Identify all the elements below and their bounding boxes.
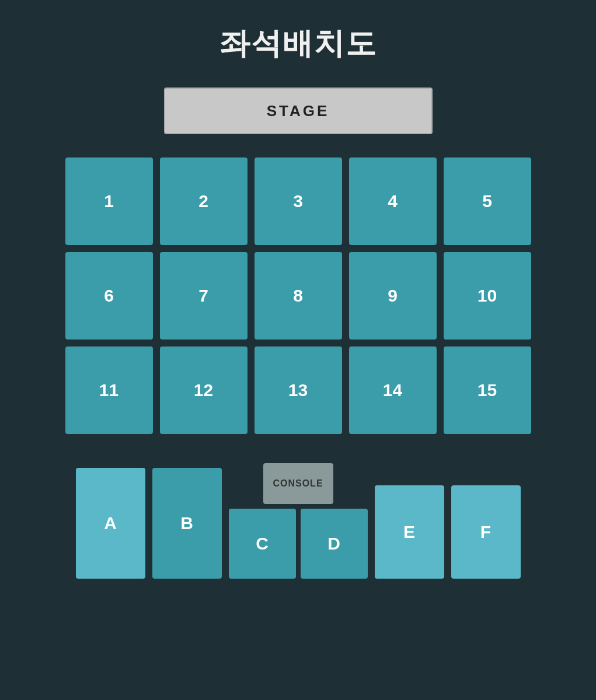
seat-14[interactable]: 14 bbox=[349, 346, 437, 434]
stage-box: STAGE bbox=[164, 88, 433, 134]
stage-label: STAGE bbox=[267, 102, 330, 120]
seat-6[interactable]: 6 bbox=[65, 252, 153, 340]
seat-c[interactable]: C bbox=[229, 509, 296, 579]
main-seating-grid: 1 2 3 4 5 6 7 8 9 10 11 bbox=[65, 158, 531, 434]
seat-13[interactable]: 13 bbox=[255, 346, 342, 434]
seat-d[interactable]: D bbox=[301, 509, 368, 579]
seat-e[interactable]: E bbox=[375, 485, 444, 579]
seat-f[interactable]: F bbox=[451, 485, 521, 579]
seat-7[interactable]: 7 bbox=[160, 252, 248, 340]
seat-10[interactable]: 10 bbox=[444, 252, 531, 340]
seat-2[interactable]: 2 bbox=[160, 158, 248, 245]
cd-column: CONSOLE C D bbox=[229, 463, 368, 579]
back-row-container: A B CONSOLE C D E F bbox=[76, 463, 521, 579]
console-box: CONSOLE bbox=[263, 463, 333, 504]
seat-1[interactable]: 1 bbox=[65, 158, 153, 245]
seat-4[interactable]: 4 bbox=[349, 158, 437, 245]
page-wrapper: 좌석배치도 STAGE 1 2 3 4 5 6 7 8 bbox=[0, 0, 596, 700]
seat-5[interactable]: 5 bbox=[444, 158, 531, 245]
seat-12[interactable]: 12 bbox=[160, 346, 248, 434]
seat-15[interactable]: 15 bbox=[444, 346, 531, 434]
seat-a[interactable]: A bbox=[76, 468, 145, 579]
seat-11[interactable]: 11 bbox=[65, 346, 153, 434]
seat-9[interactable]: 9 bbox=[349, 252, 437, 340]
stage-container: STAGE bbox=[164, 88, 433, 134]
seat-8[interactable]: 8 bbox=[255, 252, 342, 340]
seat-3[interactable]: 3 bbox=[255, 158, 342, 245]
seat-b[interactable]: B bbox=[152, 468, 222, 579]
cd-pair: C D bbox=[229, 509, 368, 579]
page-title: 좌석배치도 bbox=[219, 23, 377, 64]
